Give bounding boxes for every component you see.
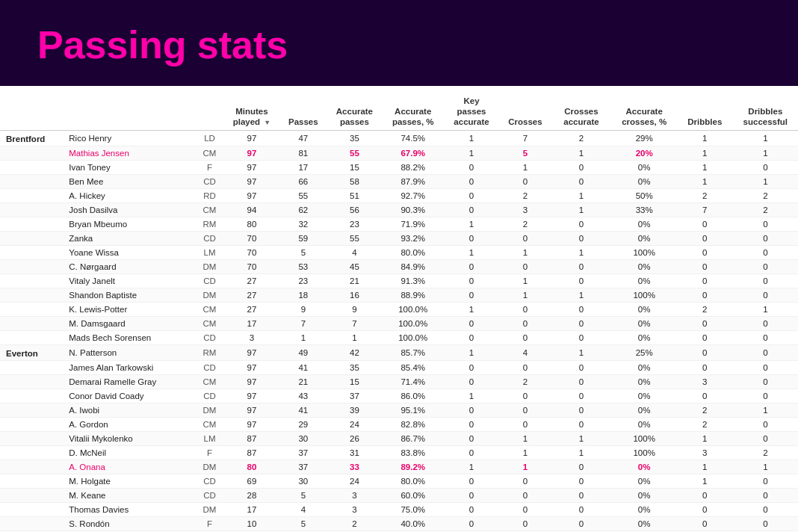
table-row: Mathias JensenCM97815567.9%15120%11 (0, 146, 798, 161)
table-row: S. RondónF105240.0%0000%00 (0, 517, 798, 531)
table-row: Yoane WissaLM705480.0%111100%00 (0, 246, 798, 260)
page-title: Passing stats (37, 22, 761, 67)
table-row: K. Lewis-PotterCM2799100.0%1000%21 (0, 303, 798, 317)
table-row: Ben MeeCD97665887.9%0000%11 (0, 175, 798, 189)
table-row: Ivan ToneyF97171588.2%0100%10 (0, 161, 798, 175)
col-header-passes: Passes (280, 93, 327, 131)
col-header-dribbles-successful: Dribblessuccessful (733, 93, 798, 131)
table-row: Demarai Ramelle GrayCM97211571.4%0200%30 (0, 375, 798, 389)
col-header-accurate-pct: Accuratepasses, % (383, 93, 444, 131)
table-row: M. HolgateCD69302480.0%0000%10 (0, 474, 798, 489)
table-header-row: Minutesplayed ▼ Passes Accuratepasses Ac… (0, 93, 798, 131)
table-row: M. DamsgaardCM1777100.0%0000%00 (0, 317, 798, 331)
table-row: Shandon BaptisteDM27181688.9%011100%00 (0, 288, 798, 303)
table-row: EvertonN. PattersonRM97494285.7%14125%00 (0, 345, 798, 361)
table-row: A. GordonCM97292482.8%0000%20 (0, 418, 798, 432)
col-header-minutes: Minutesplayed ▼ (223, 93, 280, 131)
col-header-player (65, 93, 196, 131)
table-row: Vitalii MykolenkoLM87302686.7%011100%10 (0, 432, 798, 446)
table-row: James Alan TarkowskiCD97413585.4%0000%00 (0, 361, 798, 375)
table-row: Mads Bech SorensenCD311100.0%0000%00 (0, 331, 798, 345)
table-row: A. OnanaDM80373389.2%1100%11 (0, 460, 798, 474)
table-row: A. HickeyRD97555192.7%02150%22 (0, 189, 798, 203)
col-header-pos (196, 93, 223, 131)
col-header-team (0, 93, 65, 131)
table-row: Josh DasilvaCM94625690.3%03133%72 (0, 203, 798, 217)
col-header-crosses-accurate: Crossesaccurate (551, 93, 611, 131)
table-row: Thomas DaviesDM174375.0%0000%00 (0, 503, 798, 517)
table-row: A. IwobiDM97413995.1%0000%21 (0, 403, 798, 418)
table-row: C. NørgaardDM70534584.9%0000%00 (0, 260, 798, 274)
table-row: Vitaly JaneltCD27232191.3%0100%00 (0, 274, 798, 288)
col-header-key-passes: Keypassesaccurate (444, 93, 500, 131)
stats-table-container: Minutesplayed ▼ Passes Accuratepasses Ac… (0, 86, 798, 532)
table-row: D. McNeilF87373183.8%011100%32 (0, 446, 798, 460)
col-header-dribbles: Dribbles (677, 93, 733, 131)
table-row: M. KeaneCD285360.0%0000%00 (0, 489, 798, 503)
table-row: Bryan MbeumoRM80322371.9%1200%00 (0, 217, 798, 232)
passing-stats-table: Minutesplayed ▼ Passes Accuratepasses Ac… (0, 93, 798, 532)
table-row: Conor David CoadyCD97433786.0%1000%00 (0, 389, 798, 403)
page-header: Passing stats (0, 0, 798, 86)
table-row: ZankaCD70595593.2%0000%00 (0, 232, 798, 246)
col-header-accurate-passes: Accuratepasses (327, 93, 383, 131)
col-header-crosses: Crosses (499, 93, 551, 131)
table-body: BrentfordRico HenryLD97473574.5%17229%11… (0, 131, 798, 532)
filter-icon[interactable]: ▼ (264, 119, 270, 127)
col-header-crosses-pct: Accuratecrosses, % (611, 93, 676, 131)
table-row: BrentfordRico HenryLD97473574.5%17229%11 (0, 131, 798, 146)
